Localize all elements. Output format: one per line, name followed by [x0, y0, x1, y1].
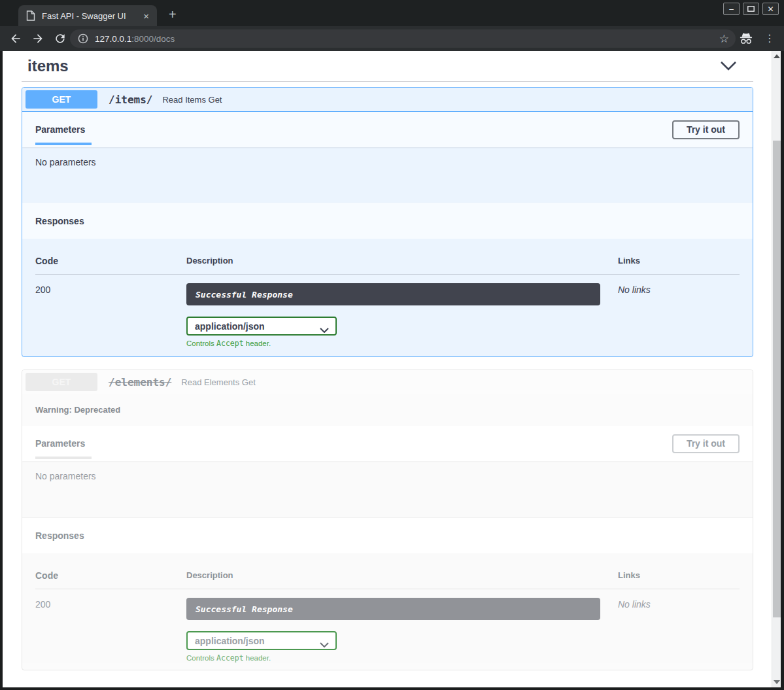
response-row: 200 Successful Response application/json…	[35, 283, 740, 348]
response-code: 200	[35, 598, 186, 663]
responses-label: Responses	[35, 530, 84, 541]
section-divider	[22, 81, 753, 82]
response-row: 200 Successful Response application/json…	[35, 598, 740, 663]
scroll-up-arrow-icon[interactable]	[774, 54, 780, 58]
maximize-button[interactable]	[743, 3, 759, 15]
browser-toolbar: 127.0.0.1:8000/docs ☆ ⋮	[0, 26, 784, 51]
description-column-header: Description	[186, 256, 618, 267]
response-links: No links	[618, 283, 651, 348]
code-column-header: Code	[35, 570, 186, 582]
try-it-out-button[interactable]: Try it out	[672, 120, 740, 139]
url-text[interactable]: 127.0.0.1:8000/docs	[95, 34, 175, 44]
operation-header[interactable]: GET /elements/ Read Elements Get	[22, 370, 753, 394]
responses-header: Responses	[22, 203, 753, 239]
window-border-right	[781, 51, 784, 690]
incognito-icon	[739, 32, 753, 45]
description-column-header: Description	[186, 570, 618, 582]
scroll-down-arrow-icon[interactable]	[774, 680, 780, 684]
deprecated-warning-wrap: Warning: Deprecated	[22, 394, 753, 426]
url-path: :8000/docs	[131, 34, 175, 44]
deprecated-warning: Warning: Deprecated	[35, 405, 120, 415]
parameters-tab[interactable]: Parameters	[35, 124, 85, 135]
media-type-select[interactable]: application/json	[186, 631, 337, 650]
accept-header-note: Controls Accept header.	[186, 339, 618, 348]
active-tab-underline	[35, 143, 92, 145]
bookmark-star-icon[interactable]: ☆	[719, 32, 729, 46]
response-code: 200	[35, 283, 186, 348]
close-button[interactable]: ✕	[762, 3, 779, 15]
window-border-bottom	[0, 687, 784, 690]
operation-get-items: GET /items/ Read Items Get Parameters Tr…	[22, 87, 753, 357]
minimize-button[interactable]: –	[723, 3, 740, 15]
url-bar[interactable]: 127.0.0.1:8000/docs ☆	[70, 29, 736, 48]
media-type-select[interactable]: application/json	[186, 317, 337, 336]
no-parameters-text: No parameters	[22, 147, 753, 203]
new-tab-button[interactable]: +	[169, 8, 177, 21]
table-divider	[35, 274, 740, 275]
operation-summary: Read Elements Get	[181, 377, 255, 387]
try-it-out-button[interactable]: Try it out	[672, 434, 740, 453]
responses-table: Code Description Links 200 Successful Re…	[22, 239, 753, 348]
response-description-box: Successful Response	[186, 598, 600, 620]
links-column-header: Links	[618, 570, 640, 582]
tab-title: Fast API - Swagger UI	[42, 11, 141, 21]
browser-menu-icon[interactable]: ⋮	[764, 31, 772, 46]
browser-tab[interactable]: Fast API - Swagger UI ×	[18, 5, 157, 26]
operation-path: /elements/	[109, 376, 171, 388]
operation-summary: Read Items Get	[162, 95, 222, 105]
page-content: items GET /items/ Read Items Get Paramet…	[3, 51, 781, 687]
method-badge: GET	[26, 373, 97, 391]
parameters-header: Parameters Try it out	[22, 426, 753, 461]
operation-header[interactable]: GET /items/ Read Items Get	[22, 88, 753, 112]
tab-close-icon[interactable]: ×	[141, 10, 152, 22]
section-title: items	[27, 57, 69, 75]
response-description-box: Successful Response	[186, 283, 600, 305]
window-border-left	[0, 51, 3, 690]
accept-header-note: Controls Accept header.	[186, 653, 618, 663]
no-parameters-text: No parameters	[22, 461, 753, 517]
active-tab-underline	[35, 457, 92, 459]
parameters-tab[interactable]: Parameters	[35, 438, 85, 449]
tab-strip: Fast API - Swagger UI × + – ✕	[0, 0, 784, 26]
page-scrollbar[interactable]	[772, 51, 781, 687]
chevron-down-icon	[320, 638, 329, 644]
section-collapse-chevron-icon[interactable]	[720, 61, 737, 71]
operation-path: /items/	[109, 94, 152, 106]
responses-table: Code Description Links 200 Successful Re…	[22, 553, 753, 663]
responses-label: Responses	[35, 216, 84, 226]
operation-get-elements-deprecated: GET /elements/ Read Elements Get Warning…	[22, 370, 753, 670]
code-column-header: Code	[35, 256, 186, 267]
table-divider	[35, 589, 740, 589]
reload-icon[interactable]	[54, 32, 67, 45]
response-links: No links	[618, 598, 651, 663]
forward-icon[interactable]	[31, 32, 44, 45]
media-type-value: application/json	[195, 636, 265, 646]
parameters-header: Parameters Try it out	[22, 112, 753, 147]
url-host: 127.0.0.1	[95, 34, 131, 44]
method-badge: GET	[26, 90, 97, 109]
page-favicon-icon	[26, 10, 35, 21]
scrollbar-thumb[interactable]	[773, 141, 781, 617]
responses-header: Responses	[22, 517, 753, 553]
chevron-down-icon	[320, 324, 329, 329]
links-column-header: Links	[618, 256, 640, 267]
window-controls: – ✕	[723, 3, 779, 15]
media-type-value: application/json	[195, 321, 265, 332]
site-info-icon[interactable]	[78, 33, 88, 44]
back-icon[interactable]	[9, 32, 22, 45]
